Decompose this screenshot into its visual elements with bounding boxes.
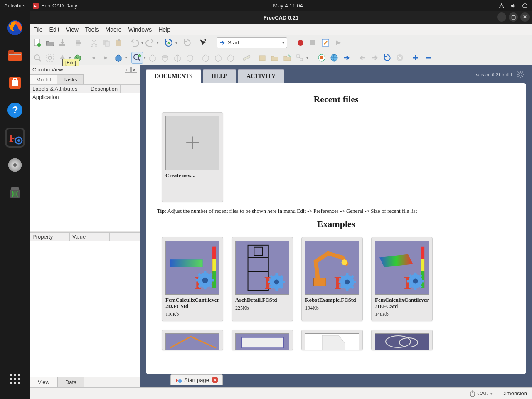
workbench-selector[interactable]: Start ▾ [217, 37, 287, 48]
example-card[interactable] [371, 330, 433, 350]
panel-float-icon[interactable]: ◱ [125, 67, 131, 73]
col-description[interactable]: Description [88, 85, 121, 93]
col-property[interactable]: Property [30, 233, 70, 241]
refresh-icon[interactable] [163, 37, 175, 49]
web-back-icon[interactable] [357, 52, 368, 64]
tab-view[interactable]: View [30, 377, 57, 387]
cut-icon[interactable] [88, 37, 100, 49]
software-icon[interactable] [5, 73, 25, 93]
web-cancel-icon[interactable] [394, 52, 406, 64]
view-iso-icon[interactable] [225, 52, 236, 64]
undo-icon[interactable] [129, 37, 140, 49]
copy-icon[interactable] [101, 37, 112, 49]
save-icon[interactable] [57, 37, 68, 49]
web-stop-icon[interactable] [316, 52, 328, 64]
view-front-icon[interactable] [147, 52, 158, 64]
dimension-label[interactable]: Dimension [502, 390, 527, 397]
isometric-view-icon[interactable]: + [131, 52, 143, 64]
tab-model[interactable]: Model [30, 74, 57, 84]
document-tab-startpage[interactable]: F Start page ✕ [170, 374, 223, 385]
view-top-icon[interactable] [159, 52, 171, 64]
col-labels-attributes[interactable]: Labels & Attributes [30, 85, 88, 93]
volume-icon[interactable] [510, 3, 516, 9]
menu-edit[interactable]: Edit [49, 26, 59, 33]
new-document-icon[interactable]: + [32, 37, 43, 49]
menu-tools[interactable]: Tools [85, 26, 99, 33]
web-home-icon[interactable] [328, 52, 340, 64]
fit-selection-icon[interactable] [44, 52, 56, 64]
startpage-preferences-icon[interactable] [516, 70, 525, 79]
tab-data[interactable]: Data [57, 377, 84, 387]
nav-back-icon[interactable]: ◄ [88, 52, 99, 64]
view-left-icon[interactable] [212, 52, 224, 64]
menu-windows[interactable]: Windows [128, 26, 152, 33]
tab-help[interactable]: HELP [203, 69, 236, 83]
example-card[interactable] [301, 330, 363, 350]
disc-icon[interactable] [5, 155, 25, 175]
window-maximize-button[interactable]: ▢ [509, 12, 518, 22]
menu-view[interactable]: View [66, 26, 79, 33]
reload-icon[interactable] [182, 37, 193, 49]
measure-icon[interactable] [241, 52, 252, 64]
macro-edit-icon[interactable] [320, 37, 331, 49]
menu-help[interactable]: Help [158, 26, 170, 33]
view-bottom-icon[interactable] [200, 52, 212, 64]
tab-activity[interactable]: ACTIVITY [238, 69, 284, 83]
property-body[interactable] [30, 241, 140, 377]
clock[interactable]: May 4 11:04 [77, 2, 499, 9]
power-icon[interactable] [522, 3, 528, 9]
web-fwd-icon[interactable] [369, 52, 381, 64]
print-icon[interactable] [72, 37, 84, 49]
example-card[interactable]: F FemCalculixCantilever2D.FCStd 116Kb [162, 237, 223, 321]
example-card[interactable]: F ArchDetail.FCStd 225Kb [232, 237, 293, 321]
link-actions-icon[interactable] [294, 52, 305, 64]
example-card[interactable] [232, 330, 293, 350]
fit-all-icon[interactable] [32, 52, 43, 64]
web-next-icon[interactable] [341, 52, 352, 64]
tree-body[interactable]: Application [30, 93, 140, 231]
window-minimize-button[interactable]: ─ [497, 12, 506, 22]
link-nav-icon[interactable] [113, 52, 124, 64]
menu-file[interactable]: File [33, 26, 43, 33]
zoom-in-icon[interactable] [410, 52, 421, 64]
activities-button[interactable]: Activities [4, 2, 25, 9]
whatsthis-icon[interactable]: ? [197, 37, 209, 49]
view-rear-icon[interactable] [184, 52, 196, 64]
tree-root-item[interactable]: Application [32, 94, 59, 100]
part-icon[interactable] [256, 52, 268, 64]
help-icon[interactable]: ? [5, 100, 25, 120]
macro-record-icon[interactable] [295, 37, 306, 49]
macro-play-icon[interactable] [332, 37, 344, 49]
panel-close-icon[interactable]: ⊠ [131, 67, 137, 73]
zoom-out-icon[interactable] [422, 52, 434, 64]
tab-documents[interactable]: DOCUMENTS [146, 69, 201, 83]
open-document-icon[interactable] [44, 37, 56, 49]
document-tab-close-icon[interactable]: ✕ [212, 377, 218, 383]
link-make-icon[interactable] [281, 52, 293, 64]
menu-macro[interactable]: Macro [106, 26, 122, 33]
files-icon[interactable] [5, 45, 25, 65]
nav-forward-icon[interactable]: ► [100, 52, 112, 64]
nav-style-selector[interactable]: CAD ▾ [470, 390, 492, 397]
group-icon[interactable] [269, 52, 281, 64]
view-right-icon[interactable] [172, 52, 183, 64]
example-card[interactable]: F RobotExample.FCStd 194Kb [301, 237, 363, 321]
active-app-indicator[interactable]: F FreeCAD Daily [33, 2, 77, 9]
create-new-card[interactable]: + Create new... [162, 112, 223, 202]
example-card[interactable]: F FemCalculixCantilever3D.FCStd 148Kb [371, 237, 433, 321]
freecad-app-icon[interactable]: F [5, 128, 25, 148]
paste-icon[interactable] [113, 37, 125, 49]
redo-icon[interactable] [144, 37, 156, 49]
macro-stop-icon[interactable] [307, 37, 319, 49]
network-icon[interactable] [499, 3, 505, 9]
col-value[interactable]: Value [70, 233, 110, 241]
example-card[interactable] [162, 330, 223, 350]
firefox-icon[interactable] [5, 18, 25, 38]
svg-point-116 [345, 280, 350, 285]
trash-icon[interactable] [5, 182, 25, 202]
example-size: 194Kb [305, 305, 359, 311]
tab-tasks[interactable]: Tasks [57, 74, 83, 84]
window-close-button[interactable]: ✕ [520, 12, 530, 22]
web-refresh-icon[interactable] [382, 52, 393, 64]
show-applications-icon[interactable] [5, 369, 25, 389]
